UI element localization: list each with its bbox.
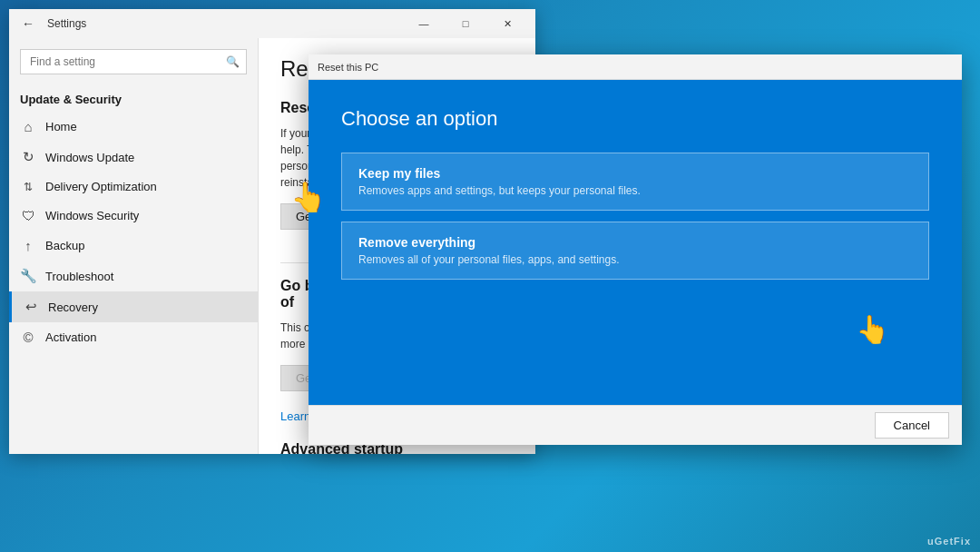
sidebar-item-recovery[interactable]: ↩ Recovery: [9, 291, 258, 322]
sidebar-item-label: Windows Update: [45, 151, 134, 164]
title-bar-controls: — □ ✕: [403, 9, 528, 38]
remove-everything-desc: Removes all of your personal files, apps…: [358, 253, 912, 266]
recovery-icon: ↩: [23, 299, 39, 315]
reset-dialog: Reset this PC Choose an option Keep my f…: [309, 54, 962, 445]
sidebar-item-backup[interactable]: ↑ Backup: [9, 231, 258, 261]
sidebar-item-label: Troubleshoot: [45, 270, 113, 283]
sidebar-item-label: Recovery: [48, 301, 98, 314]
sidebar-section-title: Update & Security: [9, 85, 258, 112]
reset-dialog-body: Choose an option Keep my files Removes a…: [309, 80, 962, 405]
reset-dialog-footer: Cancel: [309, 405, 962, 445]
watermark: uGetFix: [927, 536, 971, 547]
maximize-button[interactable]: □: [445, 9, 486, 38]
reset-dialog-title: Choose an option: [341, 107, 929, 131]
window-title: Settings: [47, 17, 86, 30]
back-button[interactable]: ←: [16, 15, 40, 33]
activation-icon: ©: [20, 330, 36, 345]
search-box: 🔍: [20, 49, 247, 74]
title-bar: ← Settings — □ ✕: [9, 9, 535, 38]
sidebar-item-label: Windows Security: [45, 209, 139, 222]
delivery-icon: ⇅: [20, 181, 36, 193]
sidebar-item-home[interactable]: ⌂ Home: [9, 112, 258, 142]
home-icon: ⌂: [20, 119, 36, 134]
update-icon: ↻: [20, 149, 36, 165]
remove-everything-title: Remove everything: [358, 235, 912, 250]
keep-my-files-option[interactable]: Keep my files Removes apps and settings,…: [341, 153, 929, 211]
shield-icon: 🛡: [20, 208, 36, 223]
reset-dialog-titlebar: Reset this PC: [309, 54, 962, 80]
sidebar: 🔍 Update & Security ⌂ Home ↻ Windows Upd…: [9, 38, 259, 454]
cursor-hand-dialog: 👆: [856, 313, 889, 345]
troubleshoot-icon: 🔧: [20, 268, 36, 284]
sidebar-item-windows-security[interactable]: 🛡 Windows Security: [9, 201, 258, 231]
remove-everything-option[interactable]: Remove everything Removes all of your pe…: [341, 222, 929, 280]
sidebar-item-windows-update[interactable]: ↻ Windows Update: [9, 142, 258, 172]
backup-icon: ↑: [20, 238, 36, 253]
minimize-button[interactable]: —: [403, 9, 445, 38]
sidebar-item-troubleshoot[interactable]: 🔧 Troubleshoot: [9, 261, 258, 291]
keep-files-desc: Removes apps and settings, but keeps you…: [358, 184, 912, 197]
sidebar-item-activation[interactable]: © Activation: [9, 322, 258, 352]
cancel-button[interactable]: Cancel: [875, 412, 949, 439]
title-bar-left: ← Settings: [16, 15, 86, 33]
close-button[interactable]: ✕: [486, 9, 528, 38]
sidebar-item-label: Activation: [45, 330, 96, 344]
sidebar-item-label: Backup: [45, 239, 84, 252]
search-icon: 🔍: [226, 55, 240, 68]
sidebar-item-delivery-optimization[interactable]: ⇅ Delivery Optimization: [9, 172, 258, 201]
sidebar-item-label: Home: [45, 120, 77, 133]
keep-files-title: Keep my files: [358, 166, 912, 181]
search-input[interactable]: [20, 49, 247, 74]
sidebar-item-label: Delivery Optimization: [45, 180, 157, 193]
